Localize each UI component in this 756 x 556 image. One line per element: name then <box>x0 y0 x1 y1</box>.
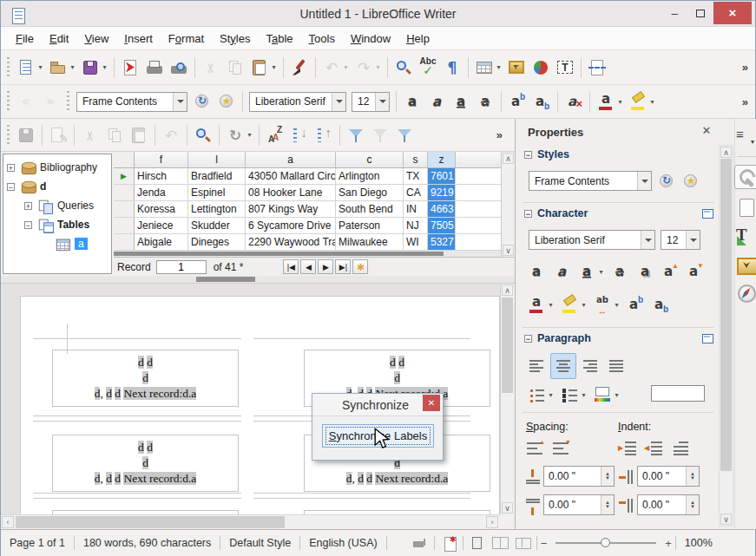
paste-button[interactable]: ▾ <box>127 123 151 147</box>
sidebar-font-name-combobox[interactable]: Liberation Serif <box>529 230 655 250</box>
cell-city[interactable]: Milwaukee <box>336 234 404 250</box>
subscript-button[interactable]: ▾ <box>648 292 673 317</box>
find-record-button[interactable]: ▾ <box>191 123 215 147</box>
menu-edit[interactable]: Edit <box>42 29 76 49</box>
clone-formatting-button[interactable]: ▾ <box>287 56 312 80</box>
menu-insert[interactable]: Insert <box>116 29 161 49</box>
paragraph-style-combobox[interactable]: Frame Contents <box>76 92 187 112</box>
last-record-button[interactable] <box>335 259 351 274</box>
dropdown-arrow-icon[interactable]: ▾ <box>342 63 350 71</box>
toolbar-overflow-button[interactable]: » <box>742 61 748 74</box>
collapse-icon[interactable] <box>524 210 532 218</box>
refresh-button[interactable]: ▾ <box>223 123 255 147</box>
tree-item-tables[interactable]: Tables <box>3 215 111 234</box>
scrollbar-thumb[interactable] <box>16 516 285 528</box>
sort-ascending-button[interactable]: ▾ <box>287 123 312 147</box>
sort-descending-button[interactable]: ▾ <box>312 123 336 147</box>
character-spacing-button[interactable]: ▾ <box>590 292 622 317</box>
synchronize-title-bar[interactable]: Synchronize ✕ <box>312 394 443 416</box>
tree-expander-icon[interactable] <box>24 221 32 229</box>
zoom-slider-knob[interactable] <box>601 538 610 547</box>
apply-filter-button[interactable]: ▾ <box>368 123 392 147</box>
spinner-arrows[interactable]: ▲▼ <box>686 495 699 514</box>
splitter-handle[interactable] <box>196 277 255 282</box>
italic-button[interactable]: ▾ <box>549 259 574 284</box>
page-style-status[interactable]: Default Style <box>220 537 299 549</box>
print-preview-button[interactable]: ▾ <box>167 56 191 80</box>
cell-first-name[interactable]: Jeniece <box>135 218 188 233</box>
tree-item-d[interactable]: d <box>3 177 111 196</box>
table-row[interactable]: Jeniece Skudder 6 Sycamore Drive Paterso… <box>114 218 501 234</box>
cell-state[interactable]: IN <box>404 201 428 217</box>
cell-last-name[interactable]: Bradfield <box>188 168 246 184</box>
menu-help[interactable]: Help <box>398 29 437 49</box>
spacing-above-field[interactable]: 0.00 " ▲▼ <box>543 466 615 487</box>
update-style-icon[interactable] <box>656 171 677 192</box>
cell-first-name[interactable]: Hirsch <box>135 168 188 184</box>
highlight-color-button[interactable]: ▾ <box>626 89 658 114</box>
strikethrough-button[interactable]: ▾ <box>608 259 632 284</box>
combobox-arrow-icon[interactable] <box>332 93 345 111</box>
cell-city[interactable]: Paterson <box>336 218 404 233</box>
row-pointer[interactable] <box>114 185 135 200</box>
dropdown-arrow-icon[interactable]: ▾ <box>270 63 278 71</box>
spinner-arrows[interactable]: ▲▼ <box>601 467 614 486</box>
font-color-button[interactable]: ▾ <box>594 89 626 114</box>
dropdown-arrow-icon[interactable]: ▾ <box>616 98 624 106</box>
tree-item-table-a[interactable]: a <box>3 234 111 253</box>
save-button[interactable]: ▾ <box>78 56 110 80</box>
bold-button[interactable]: ▾ <box>400 89 424 114</box>
synchronize-labels-button[interactable]: Synchronize Labels <box>322 424 434 448</box>
numbered-list-button[interactable]: ▾ <box>557 383 589 407</box>
table-row[interactable]: Jenda Espinel 08 Hooker Lane San Diego C… <box>114 185 501 201</box>
scroll-up-icon[interactable]: ∧ <box>502 285 513 296</box>
cell-state[interactable]: CA <box>404 185 428 200</box>
column-header[interactable]: s <box>404 152 428 167</box>
cut-button[interactable]: ▾ <box>199 56 223 80</box>
decrease-spacing-icon[interactable] <box>550 438 571 459</box>
collapse-icon[interactable] <box>524 151 532 159</box>
record-number-input[interactable] <box>156 260 207 274</box>
dropdown-arrow-icon[interactable]: ▾ <box>580 391 588 399</box>
table-row[interactable]: ▶ Hirsch Bradfield 43050 Mallard Circle … <box>114 168 501 185</box>
language-status[interactable]: English (USA) <box>300 537 386 549</box>
synchronize-close-button[interactable]: ✕ <box>423 395 440 411</box>
paragraph-background-button[interactable]: ▾ <box>590 383 622 407</box>
decrease-indent-icon[interactable] <box>644 438 665 459</box>
menu-window[interactable]: Window <box>343 29 398 49</box>
cell-address[interactable]: 807 Kings Way <box>246 201 336 217</box>
export-pdf-button[interactable]: ▾ <box>118 56 142 80</box>
spinner-arrows[interactable]: ▲▼ <box>601 495 614 514</box>
sidebar-settings-button[interactable] <box>736 127 756 147</box>
table-horizontal-scrollbar[interactable] <box>114 251 501 257</box>
zoom-out-button[interactable]: − <box>537 537 551 550</box>
cell-zip[interactable]: 4663 <box>428 201 456 217</box>
sidebar-scrollbar[interactable]: ∧ ∨ <box>719 145 733 527</box>
cell-last-name[interactable]: Skudder <box>188 218 246 233</box>
new-document-button[interactable]: ▾ <box>14 56 46 80</box>
column-header[interactable]: l <box>188 152 246 167</box>
previous-record-button[interactable] <box>300 259 316 274</box>
tab-navigator[interactable] <box>736 283 756 304</box>
clear-formatting-button[interactable]: ▾ <box>562 89 586 114</box>
tree-expander-icon[interactable] <box>7 164 15 172</box>
dropdown-arrow-icon[interactable]: ▾ <box>580 301 588 309</box>
dropdown-arrow-icon[interactable]: ▾ <box>246 131 253 139</box>
menu-file[interactable]: File <box>8 29 42 49</box>
spinner-arrows[interactable]: ▲▼ <box>686 467 699 486</box>
tab-gallery[interactable] <box>736 254 756 275</box>
scroll-up-icon[interactable]: ∧ <box>720 147 732 158</box>
insert-page-break-button[interactable]: ▾ <box>585 56 609 80</box>
spacing-below-field[interactable]: 0.00 " ▲▼ <box>543 494 615 515</box>
paragraph-background-swatch[interactable] <box>651 385 705 402</box>
toolbar-overflow-button[interactable]: » <box>496 128 503 141</box>
edit-data-button[interactable]: ▾ <box>46 123 70 147</box>
dropdown-arrow-icon[interactable]: ▾ <box>613 391 621 399</box>
label-frame[interactable]: d ddd, d d Next record:d.a <box>52 435 239 492</box>
first-record-button[interactable] <box>283 259 299 274</box>
dropdown-arrow-icon[interactable]: ▾ <box>648 98 656 106</box>
cell-first-name[interactable]: Abigale <box>135 234 188 250</box>
new-style-button[interactable]: ▾ <box>214 89 239 114</box>
row-pointer[interactable]: ▶ <box>114 168 135 184</box>
combobox-arrow-icon[interactable] <box>173 93 187 111</box>
